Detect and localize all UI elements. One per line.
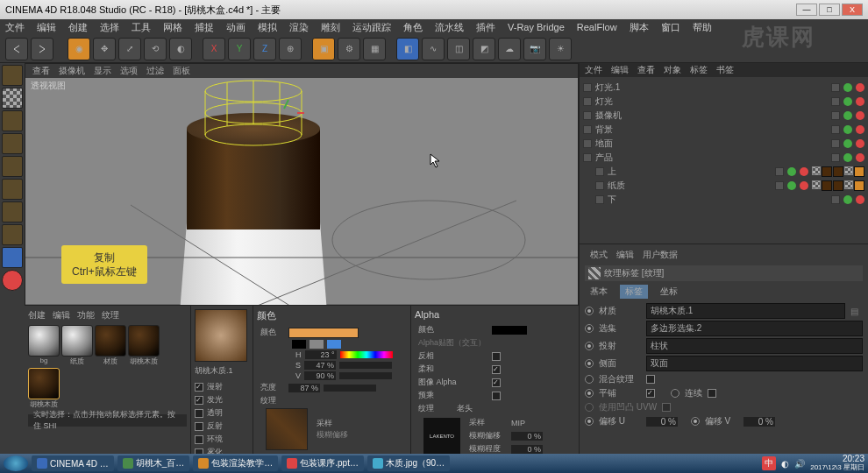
material-grid[interactable]: bg纸质材质胡桃木质胡桃木质 [28, 325, 187, 409]
projection-select[interactable]: 柱状 [646, 338, 863, 354]
menu-item[interactable]: 运动跟踪 [352, 21, 391, 34]
window-minimize[interactable]: — [796, 4, 817, 16]
blur-scale-input[interactable]: 0 % [511, 445, 543, 454]
brightness-slider[interactable] [324, 385, 376, 392]
menu-item[interactable]: 窗口 [661, 21, 680, 34]
camera-icon[interactable]: 📷 [523, 38, 546, 60]
layer-row[interactable]: 产品 [583, 151, 864, 165]
taskbar-item[interactable]: 包装课序.ppt… [281, 455, 364, 471]
premult-checkbox[interactable] [492, 392, 501, 400]
move-tool-icon[interactable]: ✥ [93, 38, 116, 60]
layer-tree[interactable]: 灯光.1灯光摄像机背景地面产品上纸质下 [580, 77, 868, 244]
workplane-icon[interactable] [2, 110, 23, 131]
channel-checkbox[interactable] [195, 422, 203, 431]
layer-row[interactable]: 摄像机 [583, 109, 864, 123]
panel-tab[interactable]: 查看 [637, 64, 655, 76]
viewport-tab[interactable]: 查看 [32, 65, 50, 77]
enable-axis-icon[interactable] [2, 201, 23, 222]
menu-item[interactable]: 渲染 [289, 21, 309, 34]
alpha-tex-thumbnail[interactable]: LAKENTO [423, 418, 460, 455]
render-settings-icon[interactable]: ⚙ [338, 38, 360, 60]
axis-z-icon[interactable]: Z [253, 38, 276, 60]
layer-row[interactable]: 上 [583, 165, 864, 179]
menu-item[interactable]: RealFlow [577, 22, 617, 32]
menu-item[interactable]: 文件 [5, 21, 25, 34]
menu-item[interactable]: 创建 [68, 21, 88, 34]
taskbar-item[interactable]: CINEMA 4D … [32, 455, 114, 471]
mat-tab[interactable]: 纹理 [102, 309, 119, 321]
cube-primitive-icon[interactable]: ◧ [396, 38, 419, 60]
val-slider[interactable] [339, 372, 392, 379]
layer-row[interactable]: 背景 [583, 123, 864, 137]
menu-item[interactable]: 雕刻 [321, 21, 340, 34]
channel-checkbox[interactable] [195, 396, 203, 405]
panel-tab[interactable]: 文件 [585, 64, 602, 76]
environment-icon[interactable]: ☁ [498, 38, 521, 60]
attr-head-tab[interactable]: 模式 [590, 249, 608, 261]
color-swatch[interactable] [288, 328, 359, 338]
image-alpha-checkbox[interactable] [492, 378, 501, 387]
render-view-icon[interactable]: ▣ [312, 38, 335, 60]
layer-row[interactable]: 灯光.1 [583, 81, 864, 95]
texture-thumbnail[interactable] [266, 408, 308, 450]
panel-tab[interactable]: 编辑 [611, 64, 629, 76]
mix-checkbox[interactable] [646, 375, 655, 384]
coord-system-icon[interactable]: ⊕ [279, 38, 302, 60]
seam-checkbox[interactable] [708, 389, 716, 398]
sat-input[interactable]: 47 % [304, 361, 336, 370]
channel-checkbox[interactable] [195, 409, 203, 418]
viewport-tab[interactable]: 摄像机 [59, 65, 85, 77]
mat-tab[interactable]: 编辑 [53, 309, 70, 321]
val-input[interactable]: 90 % [304, 371, 336, 380]
panel-tab[interactable]: 书签 [716, 64, 734, 76]
viewport-tab[interactable]: 选项 [120, 65, 138, 77]
spline-icon[interactable]: ∿ [422, 38, 445, 60]
ime-indicator[interactable]: 中 [762, 456, 776, 470]
alpha-color-swatch[interactable] [492, 326, 527, 335]
menu-item[interactable]: 模拟 [258, 21, 277, 34]
panel-tab[interactable]: 标签 [690, 64, 708, 76]
menu-item[interactable]: 动画 [226, 21, 245, 34]
material-preview[interactable] [195, 309, 247, 362]
menu-item[interactable]: 插件 [476, 21, 495, 34]
picker-icon[interactable] [292, 340, 306, 349]
offset-v-input[interactable]: 0 % [743, 417, 775, 427]
menu-item[interactable]: 角色 [403, 21, 423, 34]
menu-item[interactable]: 脚本 [630, 21, 649, 34]
mat-tab[interactable]: 功能 [77, 309, 95, 321]
selection-field[interactable]: 多边形选集.2 [646, 321, 863, 336]
menu-item[interactable]: V-Ray Bridge [508, 22, 565, 32]
start-button[interactable] [4, 455, 28, 471]
blur-offset-input[interactable]: 0 % [511, 432, 543, 441]
menu-item[interactable]: 捕捉 [195, 21, 214, 34]
viewport-tab[interactable]: 面板 [173, 65, 190, 77]
recent-tool-icon[interactable]: ◐ [169, 38, 192, 60]
edge-mode-icon[interactable] [2, 156, 23, 177]
tray-icon[interactable]: ◐ [781, 459, 789, 469]
hue-input[interactable]: 23 ° [305, 350, 337, 359]
attr-tab[interactable]: 基本 [585, 285, 613, 299]
redo-icon[interactable] [31, 38, 53, 60]
layer-row[interactable]: 灯光 [583, 95, 864, 109]
model-mode-icon[interactable] [2, 65, 23, 86]
viewport-solo-icon[interactable] [2, 224, 23, 245]
layer-row[interactable]: 地面 [583, 137, 864, 151]
taskbar-item[interactable]: 胡桃木_百… [117, 455, 190, 471]
deformer-icon[interactable]: ◩ [473, 38, 495, 60]
taskbar-item[interactable]: 木质.jpg（90… [367, 455, 450, 471]
picture-viewer-icon[interactable]: ▦ [363, 38, 386, 60]
attr-head-tab[interactable]: 用户数据 [643, 249, 678, 261]
snap-icon[interactable] [2, 247, 23, 268]
menu-item[interactable]: 编辑 [37, 21, 56, 34]
attr-tab[interactable]: 坐标 [655, 285, 683, 299]
scale-tool-icon[interactable]: ⤢ [118, 38, 141, 60]
axis-x-icon[interactable]: X [203, 38, 225, 60]
material-ball[interactable] [28, 325, 60, 357]
tray-icon[interactable]: 🔊 [794, 459, 805, 469]
menu-item[interactable]: 帮助 [693, 21, 712, 34]
radio-icon[interactable] [585, 307, 594, 315]
sat-slider[interactable] [339, 362, 392, 369]
layer-row[interactable]: 纸质 [583, 179, 864, 193]
rotate-tool-icon[interactable]: ⟲ [144, 38, 167, 60]
channel-checkbox[interactable] [195, 435, 203, 444]
